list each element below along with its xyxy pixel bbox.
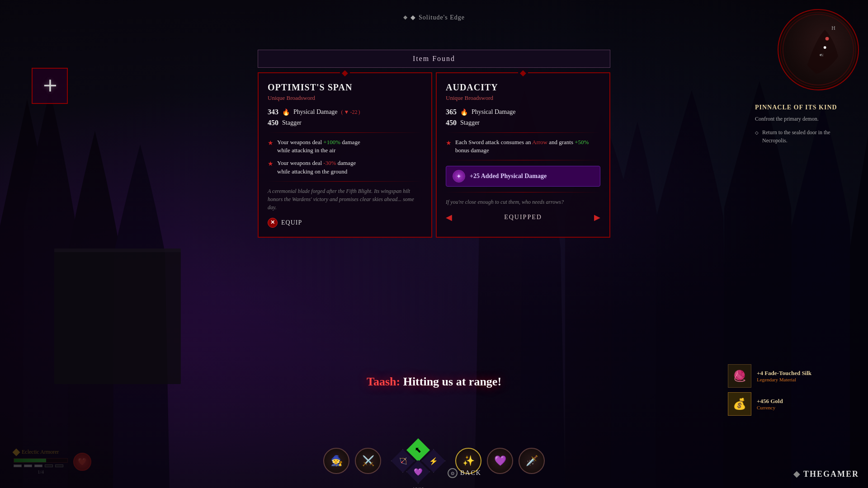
new-item-damage-change: (▼-22) — [341, 109, 360, 116]
portrait-emoji-0: 🧙 — [330, 455, 343, 467]
class-diamond-icon — [13, 448, 20, 456]
equipped-perk-1: ★ Each Sword attack consumes an Arrow an… — [446, 138, 600, 155]
back-button[interactable]: ⊙ BACK — [448, 468, 481, 478]
portrait-3[interactable]: 💜 — [487, 448, 513, 474]
loot-icon-1: 💰 — [728, 392, 751, 416]
equip-button[interactable]: ✕ EQUIP — [268, 218, 302, 228]
equipped-perk-star-1: ★ — [446, 139, 452, 148]
new-item-card: OPTIMIST'S SPAN Unique Broadsword 343 🔥 … — [258, 72, 432, 238]
combat-message: Hitting us at range! — [400, 375, 501, 388]
equipped-arrows-left: ◀ — [446, 212, 452, 222]
minimap-inner: H N — [780, 12, 856, 88]
perk-star-2: ★ — [268, 160, 274, 169]
location-icon: ◆ — [410, 14, 416, 21]
enchantment-badge: ✦ +25 Added Physical Damage — [446, 166, 600, 187]
health-potion[interactable]: ❤️ — [73, 453, 91, 471]
svg-point-6 — [824, 46, 826, 49]
skill-bottom-icon: 💜 — [414, 468, 423, 476]
equipped-item-damage-label: Physical Damage — [472, 108, 516, 116]
item-icon: ✕ — [38, 75, 61, 98]
equipped-item-stagger-label: Stagger — [460, 119, 480, 127]
equipped-item-footer: ◀ EQUIPPED ▶ — [446, 212, 600, 222]
equipped-item-perks: ★ Each Sword attack consumes an Arrow an… — [446, 138, 600, 155]
skill-top-icon: ⬆ — [412, 444, 424, 456]
loot-panel: 🧶 +4 Fade-Touched Silk Legendary Materia… — [728, 364, 854, 420]
stamina-pip-4 — [45, 465, 53, 467]
combat-speaker: Taash: — [367, 375, 400, 388]
perk-1: ★ Your weapons deal +100% damagewhile at… — [268, 138, 422, 155]
health-bar — [14, 458, 68, 463]
loot-info-1: +456 Gold Currency — [757, 398, 783, 410]
equipped-item-stagger-value: 450 — [446, 119, 457, 127]
character-info: Eclectic Armorer 1/4 — [14, 449, 68, 474]
divider-1 — [268, 132, 422, 133]
stamina-bar — [14, 465, 68, 467]
loot-icon-0: 🧶 — [728, 364, 751, 388]
combat-subtitle: Taash: Hitting us at range! — [367, 375, 501, 389]
portrait-emoji-3: 💜 — [494, 455, 506, 467]
prev-arrow[interactable]: ◀ — [446, 212, 452, 222]
equipped-perk-text-1: Each Sword attack consumes an Arrow and … — [455, 138, 600, 155]
item-cards: OPTIMIST'S SPAN Unique Broadsword 343 🔥 … — [258, 72, 610, 238]
new-item-type: Unique Broadsword — [268, 94, 422, 102]
equipped-item-damage-value: 365 — [446, 108, 457, 116]
thegamer-text: THEGAMER — [803, 469, 859, 479]
minimap: H N — [778, 9, 859, 90]
new-item-name: OPTIMIST'S SPAN — [268, 82, 422, 93]
location-name: ◆ Solitude's Edge — [403, 14, 465, 21]
damage-down-icon: ▼ — [344, 109, 349, 116]
health-potion-icon: ❤️ — [73, 453, 91, 471]
new-item-flavor: A ceremonial blade forged after the Fift… — [268, 187, 422, 211]
skill-level-label: 18/18 — [412, 486, 424, 488]
stamina-pip-1 — [14, 465, 22, 467]
new-item-damage-row: 343 🔥 Physical Damage (▼-22) — [268, 108, 422, 116]
equipped-item-card: AUDACITY Unique Broadsword 365 🔥 Physica… — [436, 72, 610, 238]
equipped-item-type: Unique Broadsword — [446, 94, 600, 102]
objective-icon: ◇ — [755, 129, 759, 136]
character-class-label: Eclectic Armorer — [22, 449, 59, 455]
loot-name-0: +4 Fade-Touched Silk — [757, 370, 811, 377]
equipped-item-stagger-row: 450 Stagger — [446, 119, 600, 127]
equip-label: EQUIP — [281, 219, 302, 226]
next-arrow[interactable]: ▶ — [594, 212, 600, 222]
equipped-divider-3 — [446, 192, 600, 192]
portrait-0[interactable]: 🧙 — [323, 448, 349, 474]
back-key-icon: ⊙ — [448, 468, 458, 478]
stamina-pip-2 — [24, 465, 32, 467]
portrait-4[interactable]: 🗡️ — [519, 448, 545, 474]
quest-title: PINNACLE OF ITS KIND — [755, 104, 854, 111]
item-found-banner: Item Found — [258, 50, 610, 68]
portrait-emoji-2: ✨ — [462, 455, 475, 467]
new-item-damage-value: 343 — [268, 108, 278, 116]
character-class-badge: Eclectic Armorer — [14, 449, 68, 455]
perk-star-1: ★ — [268, 139, 274, 148]
new-item-stagger-value: 450 — [268, 119, 278, 127]
svg-text:H: H — [831, 25, 835, 31]
perk-text-2: Your weapons deal -30% damagewhile attac… — [277, 159, 356, 175]
equipped-damage-icon: 🔥 — [460, 108, 468, 116]
quest-panel: PINNACLE OF ITS KIND Confront the primar… — [755, 104, 854, 145]
thegamer-logo: THEGAMER — [793, 469, 859, 479]
objective-text: Return to the sealed door in the Necropo… — [762, 128, 854, 145]
equipped-divider-2 — [446, 160, 600, 160]
new-item-perks: ★ Your weapons deal +100% damagewhile at… — [268, 138, 422, 176]
loot-rarity-0: Legendary Material — [757, 377, 811, 382]
portrait-1[interactable]: ⚔️ — [355, 448, 381, 474]
new-item-stagger-label: Stagger — [282, 119, 302, 127]
loot-rarity-1: Currency — [757, 405, 783, 410]
item-icon-box: ✕ — [32, 68, 68, 104]
equipped-item-name: AUDACITY — [446, 82, 600, 93]
stamina-pip-5 — [55, 465, 63, 467]
portrait-emoji-1: ⚔️ — [362, 455, 374, 467]
loot-item-0: 🧶 +4 Fade-Touched Silk Legendary Materia… — [728, 364, 854, 388]
equipped-divider-1 — [446, 132, 600, 133]
new-item-damage-label: Physical Damage — [293, 108, 338, 116]
new-item-footer: ✕ EQUIP — [268, 218, 422, 228]
health-fill — [14, 459, 46, 462]
damage-icon: 🔥 — [282, 108, 290, 116]
equipped-status-label: EQUIPPED — [457, 214, 590, 221]
enchant-icon: ✦ — [453, 170, 465, 183]
svg-point-8 — [820, 54, 821, 56]
back-label: BACK — [460, 469, 481, 477]
portraits-bar: 🧙 ⚔️ ⬆ ⚡ 🏹 💜 18/18 ✨ 💜 🗡️ — [323, 438, 545, 483]
